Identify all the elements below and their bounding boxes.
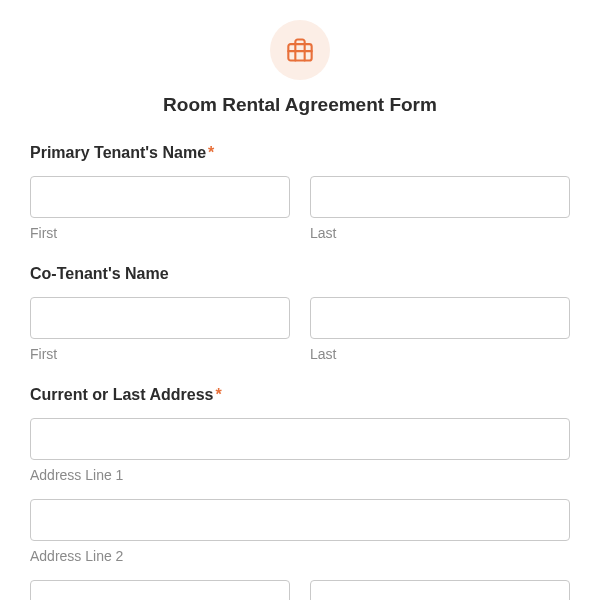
address-line1: Address Line 1 — [30, 418, 570, 483]
address-line1-sublabel: Address Line 1 — [30, 467, 570, 483]
co-tenant-row: First Last — [30, 297, 570, 362]
form-container: Room Rental Agreement Form Primary Tenan… — [0, 0, 600, 600]
address-line2-sublabel: Address Line 2 — [30, 548, 570, 564]
address-label: Current or Last Address* — [30, 386, 570, 404]
briefcase-icon — [286, 36, 314, 64]
co-first-sublabel: First — [30, 346, 290, 362]
co-tenant-label: Co-Tenant's Name — [30, 265, 570, 283]
co-first-col: First — [30, 297, 290, 362]
address-line2: Address Line 2 — [30, 499, 570, 564]
primary-tenant-group: Primary Tenant's Name* First Last — [30, 144, 570, 241]
required-mark: * — [208, 144, 214, 161]
address-line1-input[interactable] — [30, 418, 570, 460]
address-line2-input[interactable] — [30, 499, 570, 541]
primary-last-sublabel: Last — [310, 225, 570, 241]
address-city-input[interactable] — [30, 580, 290, 600]
co-last-sublabel: Last — [310, 346, 570, 362]
primary-first-col: First — [30, 176, 290, 241]
address-state-input[interactable] — [310, 580, 570, 600]
address-group: Current or Last Address* Address Line 1 … — [30, 386, 570, 600]
address-city-col — [30, 580, 290, 600]
co-last-input[interactable] — [310, 297, 570, 339]
form-title: Room Rental Agreement Form — [30, 94, 570, 116]
primary-last-input[interactable] — [310, 176, 570, 218]
required-mark: * — [215, 386, 221, 403]
co-last-col: Last — [310, 297, 570, 362]
icon-wrapper — [30, 20, 570, 80]
co-first-input[interactable] — [30, 297, 290, 339]
primary-first-sublabel: First — [30, 225, 290, 241]
icon-circle — [270, 20, 330, 80]
primary-tenant-row: First Last — [30, 176, 570, 241]
primary-last-col: Last — [310, 176, 570, 241]
primary-tenant-label: Primary Tenant's Name* — [30, 144, 570, 162]
address-city-state-row — [30, 580, 570, 600]
primary-first-input[interactable] — [30, 176, 290, 218]
svg-rect-0 — [288, 44, 311, 60]
co-tenant-group: Co-Tenant's Name First Last — [30, 265, 570, 362]
address-state-col — [310, 580, 570, 600]
